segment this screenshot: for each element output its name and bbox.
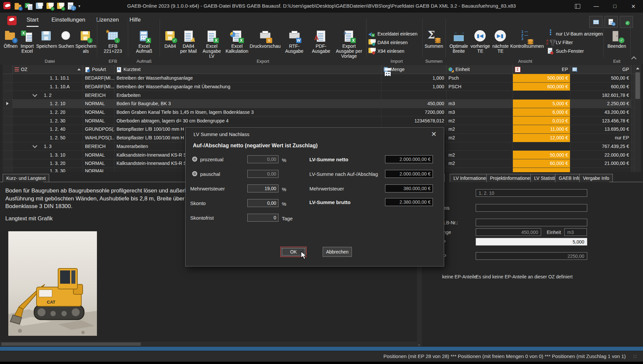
efb-221-223-button[interactable]: *↓ EFB 221+223 — [99, 30, 127, 54]
kurztext-cell: Boden Graben Kanal Tiefe bis 1,45 m löse… — [115, 108, 381, 116]
close-button[interactable]: ✕ — [628, 2, 638, 11]
nur-lv-baum-button[interactable]: ⋮ nur LV-Baum anzeigen — [547, 31, 603, 37]
excel-ausgabe-lv-button[interactable]: X Excel Ausgabe LV — [200, 30, 224, 59]
x94-einlesen-button[interactable]: X94 einlesen — [368, 48, 422, 54]
ep-cell: 6,000 € — [513, 108, 570, 116]
abbrechen-button[interactable]: Abbrechen — [323, 247, 352, 257]
tab-lv-informationen[interactable]: LV Informationen — [450, 174, 492, 182]
speichern-als-button[interactable]: ↓ Speichern als — [75, 30, 96, 54]
column-header-oz[interactable]: OZ — [13, 65, 83, 74]
mehrwertsteuer-sum-label: Mehrwertsteuer — [309, 186, 344, 191]
tab-start[interactable]: Start — [27, 17, 39, 27]
rtf-ausgabe-button[interactable]: W RTF-Ausgabe — [282, 30, 307, 59]
license-check-tool-button[interactable]: ✓ — [620, 16, 633, 28]
table-row[interactable]: 1. 2. 20NORMALBoden Graben Kanal Tiefe b… — [3, 108, 638, 117]
gp-field[interactable]: 2250,00 — [476, 252, 587, 260]
oz-field[interactable]: 1. 2. 10 — [476, 189, 587, 197]
column-header-kurztext[interactable]: A Kurztext — [115, 65, 381, 74]
maximize-button[interactable]: □ — [610, 2, 620, 11]
mouse-cursor — [300, 251, 308, 261]
web-doc-tool-button[interactable] — [604, 16, 618, 28]
prozentual-radio[interactable] — [192, 157, 197, 162]
excel-import-icon: X — [21, 30, 34, 42]
scrollbar-thumb[interactable] — [635, 72, 640, 99]
tab-projektinformationen[interactable]: Projektinformationen — [486, 174, 536, 182]
group-label-datei: Datei — [3, 59, 97, 64]
scroll-up-icon[interactable] — [636, 67, 639, 69]
langtext-horizontal-scrollbar[interactable]: ⌄ — [0, 342, 422, 346]
ribbon-collapse-icon[interactable] — [631, 56, 637, 62]
speichern-button[interactable]: Speichern — [36, 30, 57, 54]
column-header-posart[interactable]: PosArt — [83, 65, 115, 74]
import-excel-button[interactable]: X Import Excel — [19, 30, 35, 54]
column-header-menge[interactable]: Menge — [381, 65, 446, 74]
tab-lizenzen[interactable]: Lizenzen — [96, 17, 119, 26]
oeffnen-button[interactable]: ↑ Öffnen — [3, 30, 18, 54]
expander-icon[interactable] — [33, 92, 37, 97]
menge-cell — [381, 91, 446, 99]
resize-grip[interactable] — [633, 354, 637, 358]
lv-summe-nach-abschlag-value: 2.000.000,00 € — [385, 170, 433, 178]
pdf-ausgabe-button[interactable]: A PDF-Ausgabe — [308, 30, 334, 59]
summen-button[interactable]: Σ Summen — [424, 30, 444, 49]
report-tool-button[interactable] — [589, 16, 603, 28]
lv-summe-dialog: LV Summe und Nachlass ✕ Auf-/Abschlag ne… — [185, 127, 444, 266]
panels-toggle-button[interactable] — [573, 2, 583, 11]
pauschal-label: pauschal — [200, 171, 220, 177]
minimize-button[interactable]: — — [591, 2, 601, 11]
naechste-te-button[interactable]: ▶▮ nächste TE — [491, 30, 510, 54]
table-row[interactable]: 1. 2. 10NORMALBoden für Baugrube, BK 345… — [3, 100, 638, 108]
text-doc-icon: A — [117, 67, 121, 72]
ribbon-app-logo-icon[interactable] — [7, 16, 17, 25]
row-indicator-cell — [3, 134, 13, 142]
pauschal-radio[interactable] — [192, 171, 197, 176]
druckvorschau-button[interactable]: ≡ Druckvorschau — [250, 30, 281, 59]
ribbon-group-summen: Σ Summen Summen — [423, 30, 445, 64]
da84-per-mail-button[interactable]: DA84 per Mail — [179, 30, 198, 59]
vorherige-te-button[interactable]: ▮◀ vorherige TE — [471, 30, 490, 54]
oz-cell: 1. 3. 10 — [13, 151, 83, 159]
column-header-einheit[interactable]: Einheit — [446, 65, 513, 74]
export-vorlage-button[interactable]: #X Export Ausgabe per Vorlage — [335, 30, 363, 59]
beenden-button[interactable]: ✓ Beenden — [605, 30, 629, 49]
column-header-gp[interactable]: Σ GP — [570, 65, 631, 74]
bottom-splitter[interactable] — [0, 347, 643, 351]
tab-einstellungen[interactable]: Einstellungen — [51, 17, 85, 26]
tab-hilfe[interactable]: Hilfe — [129, 17, 141, 26]
excel-aufmass-button[interactable]: X Excel Aufmaß — [130, 30, 158, 54]
such-fenster-button[interactable]: Such-Fenster — [547, 48, 603, 54]
excel-kalkulation-button[interactable]: X Excel Kalkulation — [225, 30, 249, 59]
menge-field[interactable]: 450,000 — [476, 228, 541, 236]
gp-cell: 123.456,78 € — [570, 116, 631, 125]
stlb-nr-field[interactable] — [476, 219, 587, 226]
posart-cell: NORMAL — [83, 159, 115, 168]
sigma-coins-icon: Σ — [428, 30, 440, 42]
tab-vergabe-info[interactable]: Vergabe Info — [579, 174, 613, 182]
pauschal-input[interactable]: 0,00 — [247, 170, 279, 178]
table-row[interactable]: 1. 1. 10.ABEDARF(MI...Betreiben der Wass… — [3, 83, 638, 91]
tab-kurz-und-langtext[interactable]: Kurz- und Langtext — [3, 174, 49, 182]
scroll-arrow-icon[interactable]: ⌄ — [418, 342, 422, 346]
expander-icon[interactable] — [33, 143, 37, 148]
table-row[interactable]: 1. 2BEREICHErdarbeiten182.601,78 € — [3, 91, 638, 100]
lv-summe-brutto-label: LV-Summe brutto — [309, 199, 351, 205]
optimale-breite-button[interactable]: ← → Optimale Breite — [448, 30, 469, 54]
mehrwertsteuer-input[interactable]: 19,00 — [247, 184, 279, 192]
kontrollsummen-button[interactable]: 1 — 2 — 3 Kontrollsummen — [511, 30, 543, 54]
da84-button[interactable]: ✓ DA84 — [163, 30, 177, 59]
ep-field[interactable]: 5,000 — [476, 238, 587, 246]
column-header-ep[interactable]: Σ EP — [513, 65, 570, 74]
table-row[interactable]: 1. 1. 10.1BEDARF(MI...Betreiben der Wass… — [3, 74, 638, 83]
skonto-input[interactable]: 0,00 — [247, 199, 279, 207]
exceldatei-einlesen-button[interactable]: ⮜X Exceldatei einlesen — [368, 31, 422, 37]
dialog-close-icon[interactable]: ✕ — [430, 130, 438, 138]
suchen-button[interactable]: Suchen — [58, 30, 74, 54]
prozentual-input[interactable]: 0,00 — [247, 155, 279, 163]
einheit-field[interactable]: m3 — [564, 228, 587, 236]
skontofrist-input[interactable]: 0 — [247, 214, 279, 222]
hinweis-field[interactable] — [476, 204, 587, 212]
table-vertical-scrollbar[interactable] — [634, 65, 641, 172]
table-row[interactable]: 1. 2. 30NORMALOberboden abtragen, lagern… — [3, 116, 638, 125]
da84-einlesen-button[interactable]: DA84 einlesen — [368, 39, 422, 45]
lv-filter-button[interactable]: AZ LV Filter — [547, 39, 603, 45]
